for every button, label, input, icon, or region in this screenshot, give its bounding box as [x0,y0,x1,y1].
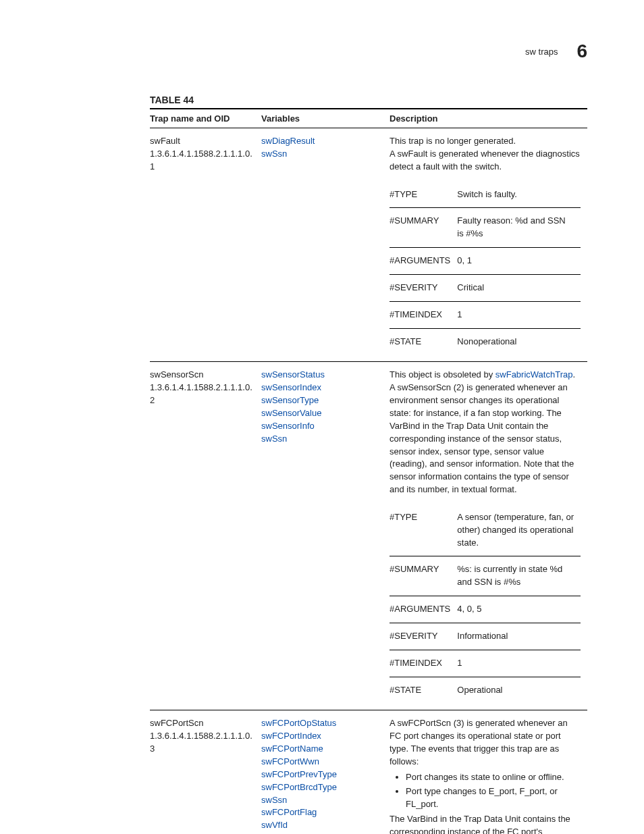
kv-key: #TYPE [390,182,457,208]
variable-link[interactable]: swVfId [261,819,383,832]
kv-val: %s: is currently in state %d and SSN is … [457,556,581,596]
header-chapter-number: 6 [576,41,587,62]
variable-link[interactable]: swSensorStatus [261,369,383,382]
variable-list: swFCPortOpStatus swFCPortIndex swFCPortN… [261,717,383,832]
variable-link[interactable]: swFCPortBrcdType [261,781,383,794]
kv-val: 1 [457,301,581,328]
trap-oid: 1.3.6.1.4.1.1588.2.1.1.1.0.2 [150,382,254,407]
variable-link[interactable]: swFCPortIndex [261,730,383,743]
kv-val: Informational [457,623,581,650]
variable-link[interactable]: swDiagResult [261,135,383,148]
variable-link[interactable]: swSensorInfo [261,420,383,433]
kv-val: Nonoperational [457,328,581,355]
desc-text: . A swSensorScn (2) is generated wheneve… [390,369,575,494]
kv-key: #TYPE [390,504,457,556]
kv-key: #SEVERITY [390,274,457,301]
kv-val: Critical [457,274,581,301]
table-caption: TABLE 44 [150,95,587,105]
kv-val: A sensor (temperature, fan, or other) ch… [457,504,581,556]
table-row: swFault 1.3.6.1.4.1.1588.2.1.1.1.0.1 swD… [150,128,587,362]
table-row: swSensorScn 1.3.6.1.4.1.1588.2.1.1.1.0.2… [150,362,587,710]
kv-key: #STATE [390,328,457,355]
variable-link[interactable]: swSsn [261,433,383,446]
kv-val: Switch is faulty. [457,182,581,208]
table-row: swFCPortScn 1.3.6.1.4.1.1588.2.1.1.1.0.3… [150,710,587,834]
variable-link[interactable]: swFCPortName [261,743,383,756]
list-item: Port changes its state to online or offl… [406,771,581,784]
variable-link[interactable]: swSsn [261,148,383,161]
bullet-list: Port changes its state to online or offl… [390,771,581,811]
kv-val: Operational [457,677,581,703]
kv-val: 1 [457,650,581,677]
trap-oid: 1.3.6.1.4.1.1588.2.1.1.1.0.1 [150,148,254,174]
trap-name: swFault [150,135,254,148]
kv-val: Faulty reason: %d and SSN is #%s [457,208,581,248]
kv-key: #SEVERITY [390,623,457,650]
kv-val: 0, 1 [457,248,581,275]
trap-name: swSensorScn [150,369,254,382]
col-header-trap: Trap name and OID [150,109,261,128]
desc-text: This object is obsoleted by [390,369,495,380]
variable-link[interactable]: swSsn [261,794,383,807]
variable-link[interactable]: swSensorIndex [261,382,383,394]
trap-name: swFCPortScn [150,717,254,730]
variable-link[interactable]: swFCPortFlag [261,806,383,819]
kv-key: #STATE [390,677,457,703]
kv-key: #ARGUMENTS [390,596,457,623]
variable-link[interactable]: swFCPortWwn [261,756,383,768]
kv-table: #TYPESwitch is faulty. #SUMMARYFaulty re… [390,182,581,355]
variable-link[interactable]: swFCPortPrevType [261,768,383,781]
variable-link[interactable]: swSensorType [261,394,383,407]
desc-paragraph: The VarBind in the Trap Data Unit contai… [390,813,581,834]
list-item: Port type changes to E_port, F_port, or … [406,785,581,811]
desc-paragraph: This object is obsoleted by swFabricWatc… [390,369,581,496]
inline-link[interactable]: swFabricWatchTrap [495,369,573,380]
kv-key: #SUMMARY [390,556,457,596]
variable-link[interactable]: swSensorValue [261,407,383,420]
kv-key: #TIMEINDEX [390,301,457,328]
variable-list: swDiagResult swSsn [261,135,383,161]
desc-paragraph: This trap is no longer generated. A swFa… [390,135,581,174]
kv-key: #SUMMARY [390,208,457,248]
trap-oid: 1.3.6.1.4.1.1588.2.1.1.1.0.3 [150,730,254,756]
header-section: sw traps [525,47,558,57]
trap-table: Trap name and OID Variables Description … [150,108,587,834]
col-header-vars: Variables [261,109,390,128]
kv-table: #TYPEA sensor (temperature, fan, or othe… [390,504,581,704]
kv-key: #ARGUMENTS [390,248,457,275]
kv-val: 4, 0, 5 [457,596,581,623]
kv-key: #TIMEINDEX [390,650,457,677]
running-header: sw traps 6 [525,41,587,62]
variable-list: swSensorStatus swSensorIndex swSensorTyp… [261,369,383,445]
variable-link[interactable]: swFCPortOpStatus [261,717,383,730]
col-header-desc: Description [390,109,587,128]
desc-paragraph: A swFCPortScn (3) is generated whenever … [390,717,581,768]
page: sw traps 6 TABLE 44 Trap name and OID Va… [0,0,644,834]
